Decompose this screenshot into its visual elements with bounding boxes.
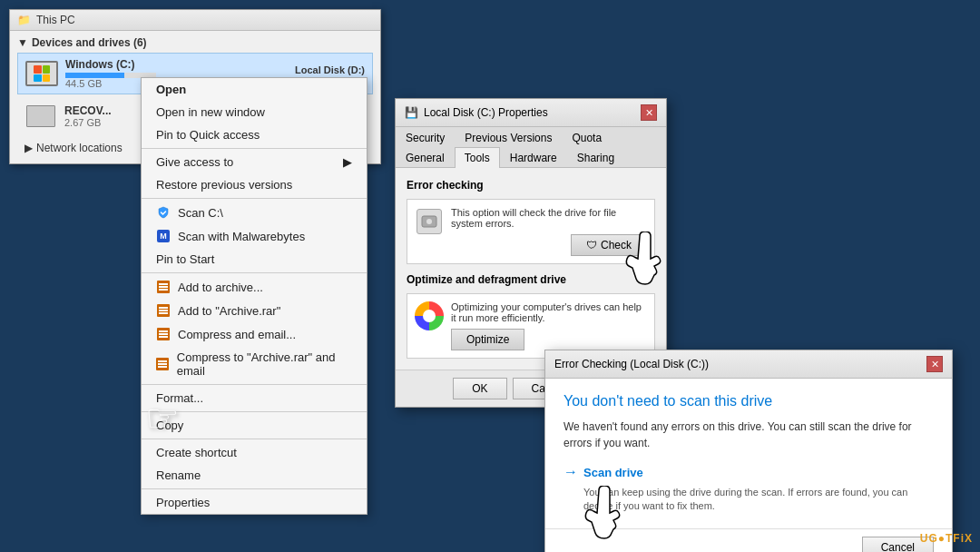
copy-label: Copy	[156, 419, 183, 432]
optimize-icon	[415, 301, 444, 330]
tab-security[interactable]: Security	[396, 127, 455, 148]
rename-label: Rename	[156, 468, 201, 482]
context-menu: Open Open in new window Pin to Quick acc…	[141, 77, 368, 515]
error-checking-section: This option will check the drive for fil…	[407, 199, 655, 264]
drive-c-icon	[25, 57, 58, 90]
cm-pin-start[interactable]: Pin to Start	[142, 248, 367, 271]
error-check-desc: This option will check the drive for fil…	[451, 207, 647, 229]
cm-scan-malware[interactable]: M Scan with Malwarebytes	[142, 224, 367, 248]
error-dialog-heading: You don't need to scan this drive	[564, 393, 934, 409]
optimize-desc: Optimizing your computer's drives can he…	[451, 301, 647, 323]
error-dialog-title: Error Checking (Local Disk (C:))	[554, 358, 709, 370]
check-button[interactable]: 🛡 Check	[571, 234, 647, 256]
give-access-label: Give access to	[156, 155, 233, 169]
cm-sep2	[142, 198, 367, 199]
archive-icon-2	[156, 303, 171, 318]
devices-header: ▼ Devices and drives (6)	[17, 36, 373, 49]
tab-tools[interactable]: Tools	[455, 147, 500, 168]
chevron-down-icon: ▼	[17, 36, 28, 49]
archive-icon-3	[156, 327, 171, 341]
arrow-right-icon: ▶	[343, 155, 352, 169]
cm-compress-rar-email[interactable]: Compress to "Archive.rar" and email	[142, 346, 367, 382]
drive-d-name: Local Disk (D:)	[292, 64, 365, 75]
pin-start-label: Pin to Start	[156, 252, 214, 266]
cm-sep5	[142, 411, 367, 412]
cm-add-rar[interactable]: Add to "Archive.rar"	[142, 299, 367, 322]
check-icon-btn: 🛡	[586, 239, 597, 251]
add-rar-label: Add to "Archive.rar"	[178, 304, 280, 318]
error-dialog-titlebar: Error Checking (Local Disk (C:)) ✕	[545, 350, 952, 379]
properties-label: Properties	[156, 496, 210, 509]
open-label: Open	[156, 83, 186, 96]
tab-sharing[interactable]: Sharing	[567, 147, 624, 168]
error-dialog-close-button[interactable]: ✕	[926, 356, 943, 372]
tab-quota[interactable]: Quota	[562, 127, 612, 148]
svg-point-1	[426, 219, 432, 224]
error-dialog-footer: Cancel	[545, 528, 952, 552]
watermark: UG●TFiX	[920, 532, 973, 545]
properties-content: Error checking This option will check th…	[396, 168, 666, 370]
error-dialog-body: We haven't found any errors on this driv…	[564, 419, 934, 451]
error-dialog-content: You don't need to scan this drive We hav…	[545, 379, 952, 528]
cm-sep7	[142, 488, 367, 489]
scan-note-text: You can keep using the drive during the …	[583, 486, 934, 514]
cm-sep3	[142, 272, 367, 273]
file-explorer-title: This PC	[36, 14, 75, 26]
cm-properties[interactable]: Properties	[142, 491, 367, 514]
archive-icon-4	[156, 357, 170, 371]
file-explorer-titlebar: 📁 This PC	[10, 10, 380, 31]
network-label: Network locations	[36, 142, 122, 154]
scan-malware-label: Scan with Malwarebytes	[178, 230, 305, 243]
properties-title: Local Disk (C:) Properties	[424, 106, 548, 119]
cm-copy[interactable]: Copy	[142, 414, 367, 437]
scan-drive-label: Scan drive	[583, 466, 643, 479]
properties-tabs: Security Previous Versions Quota General…	[396, 127, 666, 168]
optimize-button[interactable]: Optimize	[451, 329, 524, 350]
ok-button[interactable]: OK	[453, 378, 506, 399]
restore-label: Restore previous versions	[156, 178, 292, 192]
error-check-icon	[415, 207, 444, 236]
cm-format[interactable]: Format...	[142, 387, 367, 409]
chevron-right-icon: ▶	[24, 142, 33, 154]
cm-sep6	[142, 439, 367, 439]
error-cancel-label: Cancel	[881, 541, 915, 552]
properties-titlebar: 💾 Local Disk (C:) Properties ✕	[396, 99, 666, 127]
ok-label: OK	[472, 382, 487, 395]
tab-general[interactable]: General	[396, 147, 455, 168]
cm-add-archive[interactable]: Add to archive...	[142, 275, 367, 299]
shield-scan-icon	[156, 205, 171, 220]
cm-open-new-window[interactable]: Open in new window	[142, 101, 367, 123]
cm-compress-email[interactable]: Compress and email...	[142, 322, 367, 346]
error-checking-title: Error checking	[407, 179, 655, 192]
format-label: Format...	[156, 391, 203, 405]
scan-label: Scan C:\	[178, 206, 223, 220]
recovery-icon	[24, 100, 57, 133]
cm-sep1	[142, 148, 367, 149]
error-checking-dialog: Error Checking (Local Disk (C:)) ✕ You d…	[544, 350, 953, 552]
optimize-button-label: Optimize	[466, 333, 509, 346]
compress-email-label: Compress and email...	[178, 328, 296, 341]
tab-previous-versions[interactable]: Previous Versions	[455, 127, 562, 148]
properties-title-left: 💾 Local Disk (C:) Properties	[405, 106, 548, 119]
properties-close-button[interactable]: ✕	[641, 104, 657, 121]
open-new-window-label: Open in new window	[156, 105, 265, 119]
create-shortcut-label: Create shortcut	[156, 446, 237, 459]
check-button-label: Check	[601, 239, 632, 251]
scan-drive-link[interactable]: → Scan drive	[564, 464, 934, 480]
cm-pin-quick-access[interactable]: Pin to Quick access	[142, 123, 367, 146]
cm-give-access[interactable]: Give access to ▶	[142, 151, 367, 173]
cm-open[interactable]: Open	[142, 78, 367, 101]
malwarebytes-icon: M	[156, 229, 171, 243]
cm-restore[interactable]: Restore previous versions	[142, 173, 367, 196]
cm-create-shortcut[interactable]: Create shortcut	[142, 441, 367, 464]
pin-quick-access-label: Pin to Quick access	[156, 128, 260, 142]
tab-hardware[interactable]: Hardware	[500, 147, 567, 168]
optimize-title: Optimize and defragment drive	[407, 273, 655, 286]
compress-rar-email-label: Compress to "Archive.rar" and email	[177, 350, 352, 378]
archive-icon-1	[156, 280, 171, 294]
cm-rename[interactable]: Rename	[142, 464, 367, 487]
cm-scan[interactable]: Scan C:\	[142, 201, 367, 224]
check-button-container: 🛡 Check	[451, 234, 647, 256]
folder-icon: 📁	[17, 14, 31, 26]
scan-arrow-icon: →	[564, 464, 578, 480]
